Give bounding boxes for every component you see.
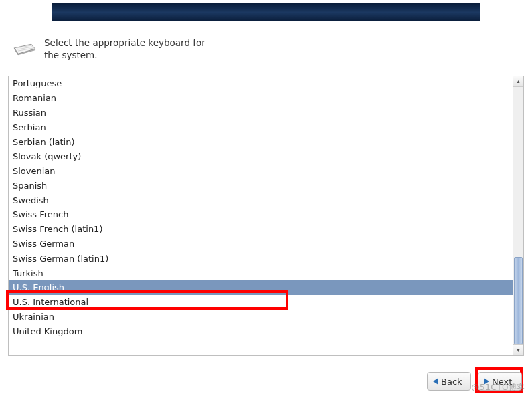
keyboard-icon xyxy=(13,37,36,56)
keyboard-list-container: PortugueseRomanianRussianSerbianSerbian … xyxy=(8,76,524,356)
list-item[interactable]: United Kingdom xyxy=(9,324,513,338)
list-item[interactable]: Swiss French xyxy=(9,207,513,222)
back-button-label: Back xyxy=(441,377,462,387)
scroll-track[interactable] xyxy=(513,87,523,344)
list-item-label: Romanian xyxy=(13,93,56,103)
next-button[interactable]: Next xyxy=(478,372,522,391)
list-item[interactable]: Serbian (latin) xyxy=(9,134,513,149)
list-item[interactable]: Swedish xyxy=(9,193,513,207)
list-item[interactable]: Swiss French (latin1) xyxy=(9,222,513,237)
arrow-left-icon xyxy=(433,378,438,385)
list-item[interactable]: Swiss German (latin1) xyxy=(9,251,513,266)
list-item-label: Swiss French (latin1) xyxy=(13,224,102,234)
list-item-label: United Kingdom xyxy=(13,326,82,336)
button-row: Back Next xyxy=(427,372,522,391)
instruction-text: Select the appropriate keyboard forthe s… xyxy=(44,37,205,61)
list-item-label: Russian xyxy=(13,108,46,118)
list-item[interactable]: U.S. International xyxy=(9,295,513,310)
list-item-label: Turkish xyxy=(13,268,43,278)
list-item-label: Swiss French xyxy=(13,209,68,219)
list-item[interactable]: Portuguese xyxy=(9,76,513,91)
scroll-up-button[interactable]: ▴ xyxy=(513,76,523,87)
list-item[interactable]: Ukrainian xyxy=(9,310,513,324)
arrow-right-icon xyxy=(484,378,489,385)
list-item[interactable]: Russian xyxy=(9,106,513,120)
list-item[interactable]: U.S. English xyxy=(9,280,513,295)
list-item[interactable]: Swiss German xyxy=(9,237,513,252)
list-item-label: Swiss German (latin1) xyxy=(13,254,108,264)
list-item[interactable]: Serbian xyxy=(9,120,513,134)
list-item-label: Portuguese xyxy=(13,78,62,88)
list-item[interactable]: Turkish xyxy=(9,266,513,280)
list-item[interactable]: Spanish xyxy=(9,178,513,193)
list-item-label: Slovak (qwerty) xyxy=(13,151,81,161)
scroll-thumb[interactable] xyxy=(514,257,523,344)
list-item[interactable]: Slovenian xyxy=(9,164,513,179)
list-item-label: U.S. English xyxy=(13,282,64,292)
list-item[interactable]: Romanian xyxy=(9,91,513,106)
list-item[interactable]: Slovak (qwerty) xyxy=(9,149,513,164)
back-button[interactable]: Back xyxy=(427,372,471,391)
list-item-label: Serbian xyxy=(13,122,46,132)
list-item-label: Serbian (latin) xyxy=(13,137,74,147)
list-item-label: Spanish xyxy=(13,181,47,191)
list-item-label: Slovenian xyxy=(13,166,56,176)
list-item-label: Swedish xyxy=(13,195,49,205)
next-button-label: Next xyxy=(492,377,512,387)
list-item-label: U.S. International xyxy=(13,297,88,307)
scroll-down-button[interactable]: ▾ xyxy=(513,344,523,355)
list-item-label: Swiss German xyxy=(13,239,74,249)
instruction-line1: Select the appropriate keyboard forthe s… xyxy=(44,37,205,60)
banner-bar xyxy=(52,3,480,21)
scrollbar[interactable]: ▴ ▾ xyxy=(513,76,523,355)
list-item-label: Ukrainian xyxy=(13,312,54,322)
header-row: Select the appropriate keyboard forthe s… xyxy=(13,37,205,61)
keyboard-list[interactable]: PortugueseRomanianRussianSerbianSerbian … xyxy=(9,76,513,355)
